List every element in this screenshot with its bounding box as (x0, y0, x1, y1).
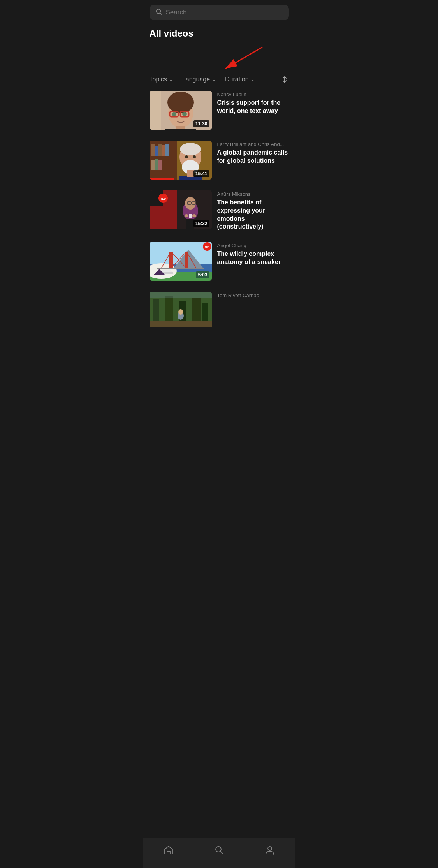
svg-point-6 (167, 92, 194, 113)
duration-badge: 15:41 (193, 170, 209, 177)
video-item[interactable]: 15:41 Larry Brilliant and Chris And... A… (150, 141, 289, 180)
svg-point-46 (185, 214, 188, 217)
video-info: Artūrs Miksons The benefits of expressin… (217, 190, 289, 231)
video-title: A global pandemic calls for global solut… (217, 149, 289, 165)
annotation-arrow (150, 45, 289, 74)
svg-point-29 (185, 155, 188, 158)
language-filter-button[interactable]: Language ⌄ (182, 74, 219, 85)
duration-badge: 5:03 (196, 271, 209, 278)
search-bar[interactable] (150, 5, 289, 20)
svg-text:TED: TED (205, 246, 210, 248)
svg-rect-23 (155, 159, 158, 170)
video-item[interactable]: 11:30 Nancy Lublin Crisis support for th… (150, 91, 289, 130)
svg-point-72 (178, 309, 183, 315)
language-chevron-icon: ⌄ (212, 77, 216, 82)
svg-point-11 (182, 112, 187, 116)
duration-badge: 11:30 (193, 120, 209, 127)
svg-rect-70 (150, 321, 212, 327)
video-info: Tom Rivett-Carnac (217, 292, 289, 327)
thumbnail-tom (150, 292, 212, 327)
svg-rect-21 (165, 144, 169, 156)
topics-filter-button[interactable]: Topics ⌄ (150, 74, 176, 85)
thumbnail-arturs: TED 15:32 (150, 190, 212, 229)
svg-point-0 (156, 9, 160, 14)
search-input[interactable] (166, 9, 283, 16)
video-speaker: Artūrs Miksons (217, 191, 289, 197)
video-title: The benefits of expressing your emotions… (217, 199, 289, 231)
svg-rect-14 (150, 91, 161, 130)
video-info: Nancy Lublin Crisis support for the worl… (217, 91, 289, 130)
svg-point-41 (185, 197, 196, 210)
thumbnail-nancy: 11:30 (150, 91, 212, 130)
svg-line-3 (225, 47, 262, 69)
svg-point-47 (192, 214, 196, 217)
svg-point-27 (180, 143, 201, 155)
video-item[interactable]: TED 5:03 Angel Chang The wildly complex … (150, 242, 289, 281)
duration-label: Duration (225, 76, 248, 83)
video-speaker: Nancy Lublin (217, 92, 289, 97)
topics-chevron-icon: ⌄ (169, 77, 173, 82)
video-list: 11:30 Nancy Lublin Crisis support for th… (143, 91, 295, 327)
video-title: The wildly complex anatomy of a sneaker (217, 250, 289, 266)
video-title: Crisis support for the world, one text a… (217, 99, 289, 115)
filters-row: Topics ⌄ Language ⌄ Duration ⌄ (143, 74, 295, 91)
language-label: Language (182, 76, 210, 83)
section-header: All videos (143, 25, 295, 39)
svg-line-1 (160, 13, 162, 15)
duration-badge: 15:32 (193, 220, 209, 227)
video-item[interactable]: Tom Rivett-Carnac (150, 292, 289, 327)
topics-label: Topics (150, 76, 167, 83)
svg-text:TED: TED (160, 197, 166, 200)
video-speaker: Tom Rivett-Carnac (217, 292, 289, 298)
video-speaker: Angel Chang (217, 243, 289, 248)
video-item[interactable]: TED 15:32 Artūrs M (150, 190, 289, 231)
svg-rect-20 (162, 145, 165, 156)
search-bar-container (143, 0, 295, 25)
thumbnail-larry: 15:41 (150, 141, 212, 180)
svg-rect-13 (165, 129, 196, 130)
video-info: Angel Chang The wildly complex anatomy o… (217, 242, 289, 281)
search-icon (156, 9, 162, 16)
sort-button[interactable] (280, 75, 289, 84)
svg-rect-19 (158, 144, 162, 156)
svg-rect-40 (189, 214, 192, 218)
duration-filter-button[interactable]: Duration ⌄ (225, 74, 257, 85)
progress-bar (150, 178, 174, 180)
svg-rect-18 (155, 146, 158, 156)
svg-rect-22 (151, 160, 155, 170)
svg-rect-17 (151, 144, 155, 156)
svg-rect-45 (186, 219, 194, 229)
duration-chevron-icon: ⌄ (251, 77, 255, 82)
thumbnail-angel: TED 5:03 (150, 242, 212, 281)
svg-rect-32 (187, 170, 194, 177)
svg-rect-59 (157, 268, 204, 269)
svg-point-30 (193, 155, 196, 158)
svg-rect-73 (150, 292, 212, 298)
svg-point-10 (172, 112, 176, 116)
video-info: Larry Brilliant and Chris And... A globa… (217, 141, 289, 180)
video-speaker: Larry Brilliant and Chris And... (217, 141, 289, 147)
svg-rect-24 (158, 160, 162, 170)
section-title: All videos (150, 28, 289, 39)
